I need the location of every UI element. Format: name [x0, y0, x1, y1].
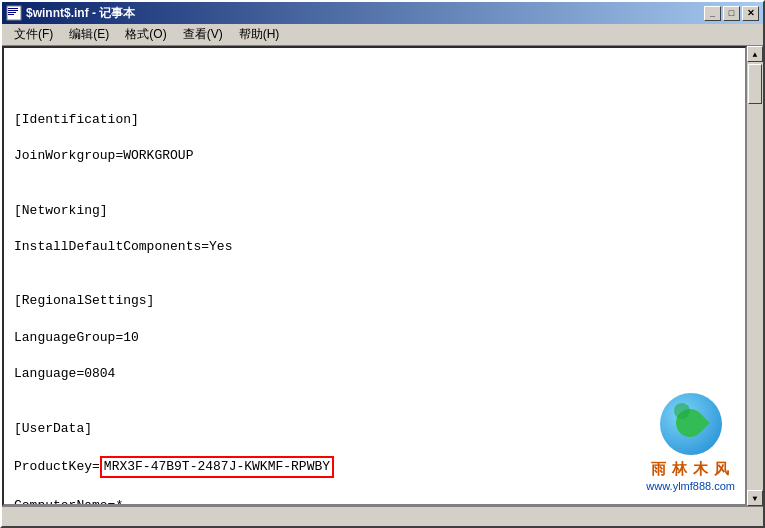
minimize-button[interactable]: _: [704, 6, 721, 21]
menu-bar: 文件(F) 编辑(E) 格式(O) 查看(V) 帮助(H): [2, 24, 763, 46]
menu-edit[interactable]: 编辑(E): [61, 24, 117, 45]
svg-rect-2: [8, 10, 18, 11]
watermark-dot: [674, 403, 690, 419]
window-controls: _ □ ✕: [704, 6, 759, 21]
scroll-up-button[interactable]: ▲: [747, 46, 763, 62]
close-button[interactable]: ✕: [742, 6, 759, 21]
text-editor[interactable]: [Identification] JoinWorkgroup=WORKGROUP…: [2, 46, 747, 506]
scroll-down-button[interactable]: ▼: [747, 490, 763, 506]
menu-file[interactable]: 文件(F): [6, 24, 61, 45]
product-key-highlight: MRX3F-47B9T-2487J-KWKMF-RPWBY: [100, 456, 334, 478]
text-content: [Identification] JoinWorkgroup=WORKGROUP…: [14, 111, 735, 506]
main-window: $winnt$.inf - 记事本 _ □ ✕ 文件(F) 编辑(E) 格式(O…: [0, 0, 765, 528]
menu-view[interactable]: 查看(V): [175, 24, 231, 45]
menu-help[interactable]: 帮助(H): [231, 24, 288, 45]
watermark-text2: www.ylmf888.com: [646, 479, 735, 494]
scroll-track[interactable]: [747, 62, 763, 490]
svg-rect-1: [8, 8, 18, 9]
menu-format[interactable]: 格式(O): [117, 24, 174, 45]
content-wrapper: [Identification] JoinWorkgroup=WORKGROUP…: [2, 46, 763, 506]
svg-rect-4: [8, 14, 14, 15]
status-bar: [2, 506, 763, 526]
title-bar: $winnt$.inf - 记事本 _ □ ✕: [2, 2, 763, 24]
watermark-logo: [660, 393, 722, 455]
watermark-text1: 雨 林 木 风: [651, 458, 731, 479]
watermark: 雨 林 木 风 www.ylmf888.com: [646, 393, 735, 494]
svg-rect-3: [8, 12, 16, 13]
window-title: $winnt$.inf - 记事本: [26, 5, 704, 22]
app-icon: [6, 5, 22, 21]
vertical-scrollbar[interactable]: ▲ ▼: [747, 46, 763, 506]
maximize-button[interactable]: □: [723, 6, 740, 21]
scroll-thumb[interactable]: [748, 64, 762, 104]
